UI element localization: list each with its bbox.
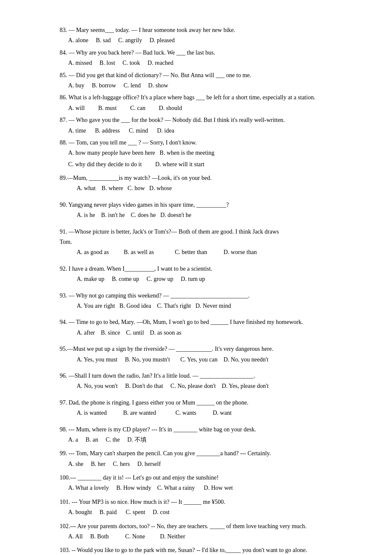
q91-options: A. as good as B. as well as C. better th… xyxy=(77,248,358,257)
q100-options: A. What a lovely B. How windy C. What a … xyxy=(68,483,358,493)
quiz-content: 83. — Mary seems___ today. — I hear some… xyxy=(60,26,358,555)
q92-text: 92. I have a dream. When I__________, I … xyxy=(60,264,358,274)
q86-options: A. will B. must C. can D. should xyxy=(68,104,358,113)
q93-text: 93. — Why not go camping this weekend? —… xyxy=(60,291,358,301)
question-102: 102.--- Are your parents doctors, too? -… xyxy=(60,522,358,542)
question-91: 91. —Whose picture is better, Jack's or … xyxy=(60,227,358,257)
q96-text: 96. —Shall I turn down the radio, Jan? I… xyxy=(60,371,358,381)
question-89: 89.—Mum, __________is my watch? —Look, i… xyxy=(60,173,358,194)
question-88: 88. — Tom, can you tell me ___ ? — Sorry… xyxy=(60,138,358,169)
q87-text: 87. — Who gave you the ___ for the book?… xyxy=(60,116,358,125)
q98-text: 98. --- Mum, where is my CD player? --- … xyxy=(60,425,358,434)
q90-text: 90. Yangyang never plays video games in … xyxy=(60,200,358,210)
q91-text: 91. —Whose picture is better, Jack's or … xyxy=(60,227,358,237)
question-84: 84. — Why are you back here? — Bad luck.… xyxy=(60,48,358,68)
q96-options: A. No, you won't B. Don't do that C. No,… xyxy=(77,382,358,391)
q100-text: 100.--- ________ day it is! --- Let's go… xyxy=(60,473,358,483)
q83-options: A. alone B. sad C. angrily D. pleased xyxy=(68,36,358,45)
question-98: 98. --- Mum, where is my CD player? --- … xyxy=(60,425,358,445)
q98-options: A. a B. an C. the D. 不填 xyxy=(68,435,358,445)
question-95: 95.—Must we put up a sign by the riversi… xyxy=(60,344,358,364)
q88-optB: C. why did they decide to do it D. where… xyxy=(68,160,358,169)
question-90: 90. Yangyang never plays video games in … xyxy=(60,200,358,220)
q89-text: 89.—Mum, __________is my watch? —Look, i… xyxy=(60,173,358,183)
q97-options: A. is wanted B. are wanted C. wants D. w… xyxy=(77,408,358,418)
q85-options: A. buy B. borrow C. lend D. show xyxy=(68,81,358,90)
question-83: 83. — Mary seems___ today. — I hear some… xyxy=(60,26,358,46)
q95-text: 95.—Must we put up a sign by the riversi… xyxy=(60,344,358,354)
q93-options: A. You are right B. Good idea C. That's … xyxy=(77,301,358,311)
q101-options: A. bought B. paid C. spent D. cost xyxy=(68,508,358,517)
q92-options: A. make up B. come up C. grow up D. turn… xyxy=(77,275,358,284)
question-87: 87. — Who gave you the ___ for the book?… xyxy=(60,116,358,136)
q102-options: A. All B. Both C. None D. Neither xyxy=(68,532,358,541)
question-103: 103. -- Would you like to go to the park… xyxy=(60,546,358,555)
q102-text: 102.--- Are your parents doctors, too? -… xyxy=(60,522,358,531)
q94-text: 94. — Time to go to bed, Mary. —Oh, Mum,… xyxy=(60,318,358,327)
q90-options: A. is he B. isn't he C. does he D. doesn… xyxy=(77,211,358,220)
q99-options: A. she B. her C. hers D. herself xyxy=(68,460,358,469)
q84-text: 84. — Why are you back here? — Bad luck.… xyxy=(60,48,358,58)
q87-options: A. time B. address C. mind D. idea xyxy=(68,126,358,136)
question-99: 99. --- Tom, Mary can't sharpen the penc… xyxy=(60,449,358,469)
q83-text: 83. — Mary seems___ today. — I hear some… xyxy=(60,26,358,35)
question-100: 100.--- ________ day it is! --- Let's go… xyxy=(60,473,358,493)
question-94: 94. — Time to go to bed, Mary. —Oh, Mum,… xyxy=(60,318,358,338)
q91-text2: Tom. xyxy=(60,237,358,247)
question-93: 93. — Why not go camping this weekend? —… xyxy=(60,291,358,311)
q84-options: A. missed B. lost C. took D. reached xyxy=(68,58,358,68)
q97-text: 97. Dad, the phone is ringing. I guess e… xyxy=(60,398,358,408)
question-85: 85. — Did you get that kind of dictionar… xyxy=(60,71,358,91)
q103-text: 103. -- Would you like to go to the park… xyxy=(60,546,358,555)
q85-text: 85. — Did you get that kind of dictionar… xyxy=(60,71,358,80)
question-97: 97. Dad, the phone is ringing. I guess e… xyxy=(60,398,358,418)
q88-text: 88. — Tom, can you tell me ___ ? — Sorry… xyxy=(60,138,358,147)
q86-text: 86. What is a left-luggage office? It's … xyxy=(60,93,358,102)
question-101: 101. --- Your MP3 is so nice. How much i… xyxy=(60,497,358,517)
question-96: 96. —Shall I turn down the radio, Jan? I… xyxy=(60,371,358,391)
q101-text: 101. --- Your MP3 is so nice. How much i… xyxy=(60,497,358,507)
q95-options: A. Yes, you must B. No, you mustn't C. Y… xyxy=(77,355,358,364)
question-86: 86. What is a left-luggage office? It's … xyxy=(60,93,358,113)
q99-text: 99. --- Tom, Mary can't sharpen the penc… xyxy=(60,449,358,458)
question-92: 92. I have a dream. When I__________, I … xyxy=(60,264,358,284)
q89-options: A. what B. where C. how D. whose xyxy=(77,184,358,193)
q94-options: A. after B. since C. until D. as soon as xyxy=(77,328,358,338)
q88-optA: A. how many people have been here B. whe… xyxy=(68,148,358,158)
